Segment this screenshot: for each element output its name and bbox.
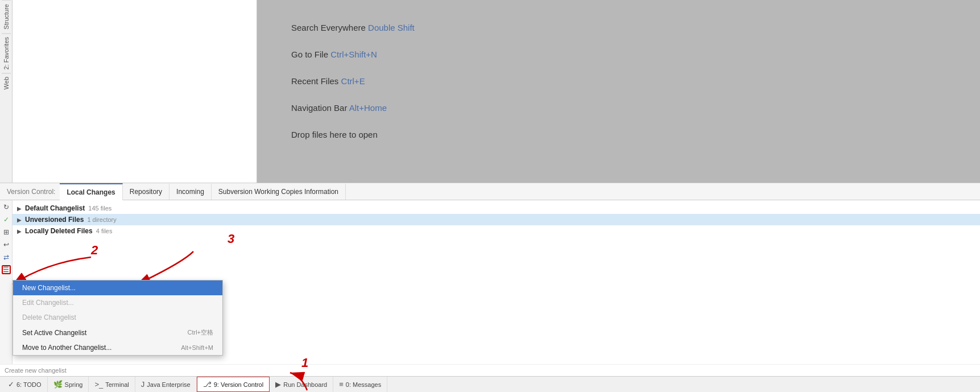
- tab-bar-prefix: Version Control:: [2, 183, 60, 200]
- statusbar-spring[interactable]: 🌿 Spring: [48, 377, 89, 392]
- tab-svn-info[interactable]: Subversion Working Copies Information: [212, 184, 346, 200]
- statusbar-todo[interactable]: ✓ 6: TODO: [2, 377, 48, 392]
- file-group-default-changelist[interactable]: ▶ Default Changelist 145 files: [13, 203, 980, 214]
- refresh-icon[interactable]: ↻: [2, 203, 11, 212]
- check-icon[interactable]: ✓: [2, 215, 11, 224]
- panel-content: ↻ ✓ ⊞ ↩ ⇄ ☰ ▶ Default Changelist 145 fil…: [0, 200, 980, 364]
- undo-icon[interactable]: ↩: [2, 240, 11, 249]
- statusbar-todo-label: 6: TODO: [16, 381, 42, 388]
- menu-item-label: Move to Another Changelist...: [22, 344, 111, 352]
- tab-incoming[interactable]: Incoming: [169, 184, 212, 200]
- group-count: 145 files: [88, 205, 111, 212]
- context-menu-set-active[interactable]: Set Active Changelist Ctrl+空格: [13, 325, 222, 340]
- group-icon[interactable]: ⊞: [2, 228, 11, 237]
- drop-files-hint: Drop files here to open: [291, 130, 946, 139]
- context-menu-delete-changelist[interactable]: Delete Changelist: [13, 310, 222, 325]
- structure-tab[interactable]: Structure: [2, 0, 11, 33]
- menu-item-label: New Changelist...: [22, 284, 76, 292]
- menu-item-label: Delete Changelist: [22, 313, 76, 321]
- terminal-icon: >_: [94, 380, 103, 389]
- chevron-icon: ▶: [17, 228, 22, 234]
- shortcut-goto-file: Go to File Ctrl+Shift+N: [291, 49, 946, 59]
- group-count: 1 directory: [87, 216, 116, 223]
- left-sidebar: Structure 2: Favorites Web: [0, 0, 13, 183]
- version-control-tab-bar: Version Control: Local Changes Repositor…: [0, 183, 980, 200]
- file-group-unversioned[interactable]: ▶ Unversioned Files 1 directory: [13, 214, 980, 225]
- statusbar-terminal-label: Terminal: [105, 381, 129, 388]
- shortcut-search-everywhere: Search Everywhere Double Shift: [291, 23, 946, 32]
- statusbar-messages-label: 0: Messages: [346, 381, 381, 388]
- todo-icon: ✓: [8, 380, 14, 389]
- statusbar-run-dashboard[interactable]: ▶ Run Dashboard: [270, 377, 333, 392]
- editor-left-panel: [13, 0, 257, 183]
- version-control-icon: ⎇: [203, 380, 212, 389]
- statusbar-run-dashboard-label: Run Dashboard: [283, 381, 327, 388]
- run-dashboard-icon: ▶: [275, 380, 281, 389]
- spring-icon: 🌿: [53, 380, 63, 389]
- editor-right-panel: Search Everywhere Double Shift Go to Fil…: [257, 0, 980, 183]
- changelist-icon[interactable]: ☰: [2, 265, 11, 274]
- statusbar-java-enterprise[interactable]: J Java Enterprise: [135, 377, 197, 392]
- statusbar-version-control[interactable]: ⎇ 9: Version Control: [197, 377, 270, 392]
- statusbar-version-control-label: 9: Version Control: [214, 381, 263, 388]
- statusbar-messages[interactable]: ≡ 0: Messages: [333, 377, 387, 392]
- messages-icon: ≡: [339, 380, 344, 389]
- context-menu-move-to-another[interactable]: Move to Another Changelist... Alt+Shift+…: [13, 340, 222, 355]
- shortcut-recent-files: Recent Files Ctrl+E: [291, 76, 946, 86]
- shortcut-navigation-bar: Navigation Bar Alt+Home: [291, 103, 946, 113]
- statusbar-terminal[interactable]: >_ Terminal: [89, 377, 135, 392]
- tab-local-changes[interactable]: Local Changes: [60, 183, 122, 200]
- menu-item-shortcut: Alt+Shift+M: [181, 344, 213, 351]
- menu-item-label: Edit Changelist...: [22, 299, 74, 307]
- web-tab[interactable]: Web: [2, 73, 11, 93]
- context-menu-edit-changelist[interactable]: Edit Changelist...: [13, 295, 222, 310]
- statusbar-spring-label: Spring: [65, 381, 83, 388]
- chevron-icon: ▶: [17, 205, 22, 212]
- action-strip: ↻ ✓ ⊞ ↩ ⇄ ☰: [0, 200, 13, 364]
- group-name: Unversioned Files: [25, 216, 84, 224]
- create-new-changelist-link[interactable]: Create new changelist: [0, 364, 980, 376]
- menu-item-label: Set Active Changelist: [22, 329, 86, 337]
- context-menu-new-changelist[interactable]: New Changelist...: [13, 280, 222, 295]
- java-enterprise-icon: J: [141, 380, 145, 389]
- statusbar-java-label: Java Enterprise: [147, 381, 190, 388]
- menu-item-shortcut: Ctrl+空格: [187, 328, 213, 337]
- group-name: Default Changelist: [25, 204, 85, 212]
- statusbar: ✓ 6: TODO 🌿 Spring >_ Terminal J Java En…: [0, 376, 980, 392]
- group-name: Locally Deleted Files: [25, 227, 93, 235]
- tab-repository[interactable]: Repository: [123, 184, 169, 200]
- bottom-panel: Version Control: Local Changes Repositor…: [0, 183, 980, 376]
- favorites-tab[interactable]: 2: Favorites: [2, 33, 11, 73]
- context-menu: New Changelist... Edit Changelist... Del…: [13, 280, 223, 356]
- group-count: 4 files: [96, 228, 113, 234]
- sync-icon[interactable]: ⇄: [2, 253, 11, 262]
- file-group-locally-deleted[interactable]: ▶ Locally Deleted Files 4 files: [13, 225, 980, 237]
- chevron-icon: ▶: [17, 217, 22, 223]
